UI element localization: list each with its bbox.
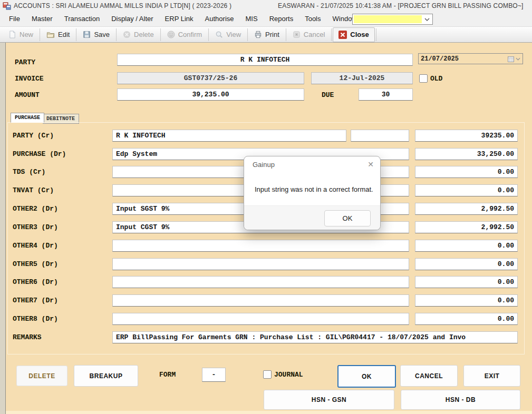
party-input[interactable] [117, 54, 413, 66]
dialog-message: Input string was not in a correct format… [255, 185, 373, 193]
tab-purchase[interactable]: PURCHASE [11, 113, 44, 123]
hsn-db-button[interactable]: HSN - DB [401, 390, 520, 410]
view-magnifier-icon [215, 31, 223, 38]
ledger-amount-tds-cr[interactable] [415, 166, 518, 178]
delete-label: Delete [134, 31, 154, 38]
ledger-text-party-cr[interactable] [112, 130, 346, 142]
ledger-label-other5-dr: OTHER5 (Dr) [13, 260, 58, 268]
toolbar-separator [286, 28, 286, 41]
due-input[interactable] [359, 88, 413, 101]
chevron-down-icon[interactable] [516, 57, 520, 61]
form-code-input[interactable] [202, 368, 226, 382]
ledger-label-other6-dr: OTHER6 (Dr) [13, 278, 58, 286]
chevron-down-icon[interactable] [422, 18, 432, 21]
toolbar-separator [376, 28, 376, 41]
hsn-gsn-button[interactable]: HSN - GSN [264, 390, 394, 410]
dialog-footer: OK [244, 205, 380, 230]
toolbar-separator [160, 28, 161, 41]
confirm-icon [167, 31, 175, 38]
quick-search-combobox[interactable] [352, 14, 433, 25]
ledger-amount-other3-dr[interactable] [415, 221, 518, 233]
delete-button[interactable]: Delete [118, 28, 159, 42]
menu-erp-link[interactable]: ERP Link [159, 12, 199, 26]
menu-display-alter[interactable]: Display / Alter [105, 12, 159, 26]
view-button[interactable]: View [210, 28, 246, 42]
close-button[interactable]: Close [333, 27, 374, 42]
date-picker[interactable]: 21/07/2025 [418, 53, 523, 64]
ledger-text-other4-dr[interactable] [112, 240, 409, 252]
remarks-label: REMARKS [13, 333, 42, 341]
toolbar-separator [76, 28, 76, 41]
ledger-amount-other8-dr[interactable] [415, 313, 518, 325]
app-icon [3, 2, 11, 10]
toolbar-separator [208, 28, 209, 41]
dialog-title: Gainup [253, 161, 275, 169]
print-button[interactable]: Print [249, 28, 285, 42]
ledger-amount-other7-dr[interactable] [415, 294, 518, 307]
toolbar-separator [247, 28, 248, 41]
ledger-amount-other2-dr[interactable] [415, 203, 518, 215]
invoice-date-input [311, 72, 413, 84]
ledger-middle-party-cr[interactable] [351, 130, 409, 142]
menu-file[interactable]: File [3, 12, 26, 26]
journal-checkbox[interactable] [263, 370, 272, 379]
ledger-amount-other5-dr[interactable] [415, 258, 518, 270]
save-floppy-icon [83, 31, 91, 38]
ledger-label-purchase-dr: PURCHASE (Dr) [13, 150, 66, 158]
amount-label: AMOUNT [15, 91, 40, 99]
ledger-label-other3-dr: OTHER3 (Dr) [13, 223, 58, 231]
ledger-text-other7-dr[interactable] [112, 294, 409, 307]
menu-tools[interactable]: Tools [299, 12, 326, 26]
print-icon [254, 31, 262, 38]
save-button[interactable]: Save [78, 28, 115, 42]
menu-master[interactable]: Master [26, 12, 59, 26]
due-label: DUE [322, 91, 334, 99]
ledger-label-other7-dr: OTHER7 (Dr) [13, 297, 58, 304]
menu-mis[interactable]: MIS [240, 12, 264, 26]
edit-button[interactable]: Edit [41, 28, 75, 42]
ledger-text-other8-dr[interactable] [112, 313, 409, 325]
exit-button[interactable]: EXIT [463, 365, 520, 387]
confirm-button[interactable]: Confirm [162, 28, 208, 42]
ledger-amount-other6-dr[interactable] [415, 276, 518, 288]
title-bar: ACCOUNTS : SRI ALAMELU AMMAL MILLS INDIA… [0, 0, 532, 12]
menu-transaction[interactable]: Transaction [59, 12, 105, 26]
ledger-amount-other4-dr[interactable] [415, 240, 518, 252]
ledger-text-other6-dr[interactable] [112, 276, 409, 288]
combobox-highlight [354, 15, 422, 23]
old-label: OLD [430, 75, 442, 83]
new-button[interactable]: New [3, 28, 38, 42]
dialog-close-icon[interactable]: ✕ [367, 160, 374, 169]
cancel-form-button[interactable]: CANCEL [400, 365, 458, 387]
form-bottom-edge [6, 411, 532, 414]
menu-bar: File Master Transaction Display / Alter … [0, 12, 532, 27]
window-title: ACCOUNTS : SRI ALAMELU AMMAL MILLS INDIA… [14, 2, 231, 9]
close-label: Close [350, 31, 369, 38]
toolbar-separator [40, 28, 40, 41]
cancel-button[interactable]: Cancel [287, 28, 330, 42]
menu-reports[interactable]: Reports [264, 12, 299, 26]
toolbar-separator [331, 28, 332, 41]
invoice-label: INVOICE [15, 75, 44, 83]
new-document-icon [8, 31, 16, 38]
delete-form-button[interactable]: DELETE [16, 366, 67, 386]
amount-input[interactable] [117, 88, 304, 101]
ledger-text-other5-dr[interactable] [112, 258, 409, 270]
error-dialog: Gainup ✕ Input string was not in a corre… [244, 156, 381, 230]
ledger-amount-tnvat-cr[interactable] [415, 184, 518, 196]
dialog-ok-button[interactable]: OK [324, 210, 371, 226]
toolbar-separator [116, 28, 117, 41]
old-checkbox[interactable] [419, 74, 428, 83]
cancel-label: Cancel [304, 31, 325, 38]
breakup-button[interactable]: BREAKUP [74, 365, 138, 387]
close-icon [338, 31, 347, 39]
toolbar: New Edit Save Delete Confirm View Print [0, 27, 532, 43]
menu-authorise[interactable]: Authorise [199, 12, 240, 26]
journal-label: JOURNAL [274, 371, 303, 379]
calendar-icon [508, 56, 514, 62]
ok-form-button[interactable]: OK [337, 365, 396, 388]
ledger-amount-purchase-dr[interactable] [415, 148, 518, 160]
ledger-amount-party-cr[interactable] [415, 130, 518, 142]
remarks-input[interactable] [112, 331, 518, 343]
delete-icon [123, 31, 131, 38]
